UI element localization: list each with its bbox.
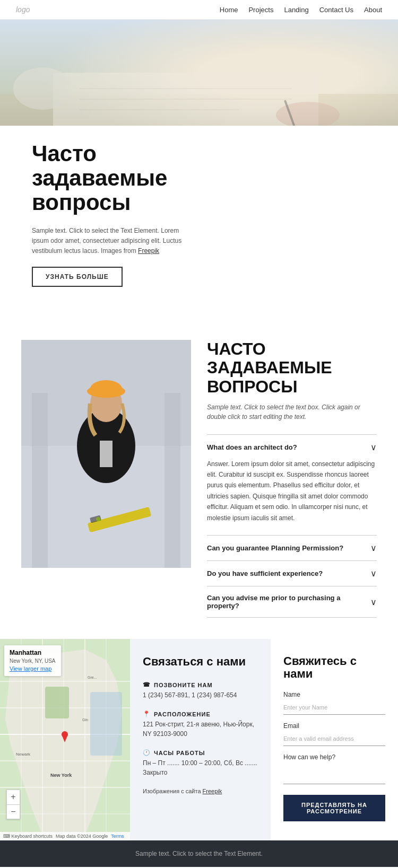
contact-phone-value: 1 (234) 567-891, 1 (234) 987-654: [143, 690, 258, 700]
nav-home[interactable]: Home: [220, 6, 238, 14]
map-zoom-in-button[interactable]: +: [7, 790, 19, 804]
form-email-group: Email: [283, 722, 385, 746]
map-zoom-out-button[interactable]: −: [7, 805, 19, 819]
navbar: logo Home Projects Landing Contact Us Ab…: [0, 0, 398, 20]
svg-rect-34: [90, 692, 122, 756]
map-footer: ⌨ Keyboard shortcuts Map data ©2024 Goog…: [0, 832, 130, 840]
faq-chevron-3-icon: ∨: [370, 568, 377, 578]
svg-rect-10: [32, 393, 48, 568]
faq-item-1: What does an architect do? ∨ Answer. Lor…: [207, 434, 377, 535]
intro-section: Часто задаваемые вопросы Sample text. Cl…: [0, 126, 398, 319]
nav-landing[interactable]: Landing: [284, 6, 308, 14]
faq-person-illustration: [21, 340, 191, 568]
phone-icon: ☎: [143, 681, 151, 688]
form-name-input[interactable]: [283, 700, 385, 715]
faq-item-4-header[interactable]: Can you advise me prior to purchasing a …: [207, 594, 377, 610]
faq-right-content: ЧАСТО ЗАДАВАЕМЫЕ ВОПРОСЫ Sample text. Cl…: [207, 340, 377, 618]
contact-section: Newark New York Gin Gre... Manhattan New…: [0, 639, 398, 840]
form-title: Свяжитесь с нами: [283, 655, 385, 680]
map-keyboard-shortcut: ⌨ Keyboard shortcuts: [3, 834, 53, 839]
map-city-name: Manhattan: [10, 648, 56, 657]
intro-heading: Часто задаваемые вопросы: [32, 142, 196, 215]
logo[interactable]: logo: [16, 5, 30, 14]
svg-point-6: [276, 102, 340, 128]
svg-rect-16: [100, 441, 113, 467]
contact-info-block: Связаться с нами ☎ ПОЗВОНИТЕ НАМ 1 (234)…: [130, 639, 271, 840]
map-view-larger-link[interactable]: View larger map: [10, 665, 56, 673]
contact-location-label: 📍 РАСПОЛОЖЕНИЕ: [143, 711, 258, 717]
form-submit-button[interactable]: ПРЕДСТАВЛЯТЬ НА РАССМОТРЕНИЕ: [283, 795, 385, 821]
form-email-label: Email: [283, 722, 385, 730]
faq-item-1-header[interactable]: What does an architect do? ∨: [207, 442, 377, 452]
faq-question-4: Can you advise me prior to purchasing a …: [207, 594, 370, 610]
nav-contact-us[interactable]: Contact Us: [319, 6, 353, 14]
contact-info-title: Связаться с нами: [143, 655, 258, 669]
map-data-attribution: Map data ©2024 Google: [56, 834, 108, 839]
faq-subtitle: Sample text. Click to select the text bo…: [207, 402, 377, 422]
nav-links: Home Projects Landing Contact Us About: [220, 6, 382, 14]
faq-item-4: Can you advise me prior to purchasing a …: [207, 586, 377, 618]
faq-question-3: Do you have sufficient experience?: [207, 569, 323, 577]
intro-body: Sample text. Click to select the Text El…: [32, 226, 196, 257]
clock-icon: 🕐: [143, 749, 151, 756]
footer-text: Sample text. Click to select the Text El…: [135, 850, 263, 857]
svg-text:Gre...: Gre...: [88, 676, 97, 679]
faq-item-2-header[interactable]: Can you guarantee Planning Permission? ∨: [207, 543, 377, 553]
faq-chevron-2-icon: ∨: [370, 543, 377, 553]
map-label: Manhattan New York, NY, USA View larger …: [4, 645, 61, 676]
intro-text-box: Часто задаваемые вопросы Sample text. Cl…: [21, 126, 212, 297]
faq-question-1: What does an architect do?: [207, 443, 297, 451]
contact-hours-item: 🕐 ЧАСЫ РАБОТЫ Пн – Пт ....... 10:00 – 20…: [143, 749, 258, 777]
faq-item-3: Do you have sufficient experience? ∨: [207, 560, 377, 586]
map-block: Newark New York Gin Gre... Manhattan New…: [0, 639, 130, 840]
svg-point-5: [13, 67, 72, 110]
faq-section: ЧАСТО ЗАДАВАЕМЫЕ ВОПРОСЫ Sample text. Cl…: [0, 319, 398, 639]
form-message-label: How can we help?: [283, 753, 385, 761]
svg-point-15: [90, 380, 122, 397]
contact-form-block: Свяжитесь с нами Name Email How can we h…: [271, 639, 398, 840]
map-city-sub: New York, NY, USA: [10, 657, 56, 665]
form-email-input[interactable]: [283, 732, 385, 746]
location-icon: 📍: [143, 711, 151, 717]
faq-answer-1: Answer. Lorem ipsum dolor sit amet, cons…: [207, 459, 377, 528]
faq-left-image: [21, 340, 191, 568]
faq-item-3-header[interactable]: Do you have sufficient experience? ∨: [207, 568, 377, 578]
footer: Sample text. Click to select the Text El…: [0, 840, 398, 867]
intro-freepik-link[interactable]: Freepik: [138, 247, 159, 255]
svg-text:New York: New York: [50, 773, 72, 778]
nav-projects[interactable]: Projects: [248, 6, 273, 14]
faq-chevron-4-icon: ∨: [370, 597, 377, 607]
faq-item-2: Can you guarantee Planning Permission? ∨: [207, 535, 377, 560]
contact-phone-label: ☎ ПОЗВОНИТЕ НАМ: [143, 681, 258, 688]
contact-location-value: 121 Рок-стрит, 21-я авеню, Нью-Йорк, NY …: [143, 720, 258, 739]
contact-freepik-text: Изображения с сайта Freepik: [143, 788, 258, 794]
svg-text:Gin: Gin: [82, 718, 88, 722]
svg-rect-11: [165, 393, 180, 568]
form-message-input[interactable]: [283, 763, 385, 784]
form-name-group: Name: [283, 691, 385, 715]
map-zoom-controls: + −: [6, 790, 20, 819]
contact-phone-item: ☎ ПОЗВОНИТЕ НАМ 1 (234) 567-891, 1 (234)…: [143, 681, 258, 700]
map-terms[interactable]: Terms: [111, 834, 124, 839]
contact-freepik-link[interactable]: Freepik: [203, 788, 222, 794]
svg-text:Newark: Newark: [16, 752, 31, 757]
contact-location-item: 📍 РАСПОЛОЖЕНИЕ 121 Рок-стрит, 21-я авеню…: [143, 711, 258, 739]
contact-hours-value: Пн – Пт ....... 10:00 – 20:00, Сб, Вс ..…: [143, 758, 258, 777]
faq-main-title: ЧАСТО ЗАДАВАЕМЫЕ ВОПРОСЫ: [207, 340, 377, 396]
svg-rect-33: [45, 687, 69, 718]
form-message-group: How can we help?: [283, 753, 385, 786]
learn-more-button[interactable]: УЗНАТЬ БОЛЬШЕ: [32, 267, 123, 287]
nav-about[interactable]: About: [364, 6, 382, 14]
faq-chevron-1-icon: ∨: [370, 442, 377, 452]
form-name-label: Name: [283, 691, 385, 698]
contact-hours-label: 🕐 ЧАСЫ РАБОТЫ: [143, 749, 258, 756]
faq-question-2: Can you guarantee Planning Permission?: [207, 544, 343, 552]
